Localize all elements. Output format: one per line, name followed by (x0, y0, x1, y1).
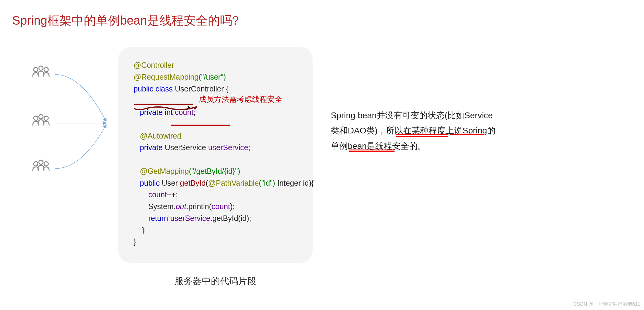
watermark: CSDN @一只特立独行的猪611 (573, 301, 640, 308)
mouse-cursor-icon: ➤ (187, 104, 191, 110)
method-name: getById (180, 179, 206, 187)
annotation-getmapping: @GetMapping (140, 167, 189, 175)
underline-thread-safe (349, 150, 395, 150)
red-underline-userservice (171, 125, 230, 126)
field-userservice: userService (208, 143, 248, 152)
svg-point-3 (34, 116, 38, 120)
underline-degree (396, 134, 448, 135)
var-count-inc: count (148, 190, 167, 199)
annotation-autowired: @Autowired (140, 132, 181, 140)
count-inc-rest: ++; (167, 190, 178, 199)
users-icon-1 (30, 65, 52, 81)
println-count: count (212, 202, 230, 211)
users-icon-2 (30, 114, 52, 129)
brace-close-1: } (134, 226, 144, 234)
pathvariable-arg: ("id") (259, 179, 275, 187)
kw-private-2: private (140, 143, 163, 152)
annotation-pathvariable: @PathVariable (208, 179, 259, 187)
code-box: @Controller @RequestMapping("/user") pub… (118, 47, 313, 263)
paragraph-text: Spring bean并没有可变的状态(比如Service类和DAO类)，所以在… (331, 111, 496, 151)
page-title: Spring框架中的单例bean是线程安全的吗? (12, 12, 632, 29)
kw-public-class: public class (134, 84, 173, 93)
code-caption: 服务器中的代码片段 (118, 275, 313, 288)
type-userservice: UserService (163, 143, 208, 152)
getmapping-path: ("/getById/{id}") (189, 167, 240, 175)
var-userservice: userService (168, 214, 210, 222)
users-icon-3 (30, 160, 52, 175)
underline-thread-safe-2 (349, 151, 395, 152)
svg-point-4 (39, 115, 43, 119)
annotation-requestmapping: @RequestMapping (134, 73, 198, 81)
system-out: System. (148, 202, 176, 211)
annotation-controller: @Controller (134, 61, 174, 69)
println-open: .println( (186, 202, 212, 211)
requestmapping-path: ("/user") (198, 73, 226, 81)
red-note-thread-safety: 成员方法需考虑线程安全 (199, 94, 282, 104)
call-getbyid: .getById(id); (210, 214, 251, 222)
arrows-icon (52, 53, 112, 187)
main-content: @Controller @RequestMapping("/user") pub… (12, 47, 632, 263)
svg-point-7 (39, 160, 43, 164)
println-close: ); (230, 202, 235, 211)
svg-point-5 (44, 116, 48, 120)
class-name: UserController { (173, 84, 228, 93)
semicolon-2: ; (248, 143, 250, 152)
svg-point-8 (44, 162, 48, 166)
out-field: out (176, 202, 186, 211)
svg-point-2 (44, 67, 48, 72)
explanation-paragraph: Spring bean并没有可变的状态(比如Service类和DAO类)，所以在… (331, 108, 501, 154)
underline-degree-2 (396, 136, 448, 137)
kw-public: public (140, 179, 160, 187)
brace-close-2: } (134, 237, 136, 246)
param-integer-id: Integer id){ (275, 179, 314, 187)
svg-point-6 (34, 162, 38, 166)
code-snippet: @Controller @RequestMapping("/user") pub… (134, 59, 297, 248)
svg-point-1 (39, 66, 43, 70)
type-user: User (160, 179, 180, 187)
kw-return: return (148, 214, 168, 222)
users-column (12, 47, 73, 193)
svg-point-0 (34, 67, 38, 72)
underline-singleton (450, 134, 483, 135)
